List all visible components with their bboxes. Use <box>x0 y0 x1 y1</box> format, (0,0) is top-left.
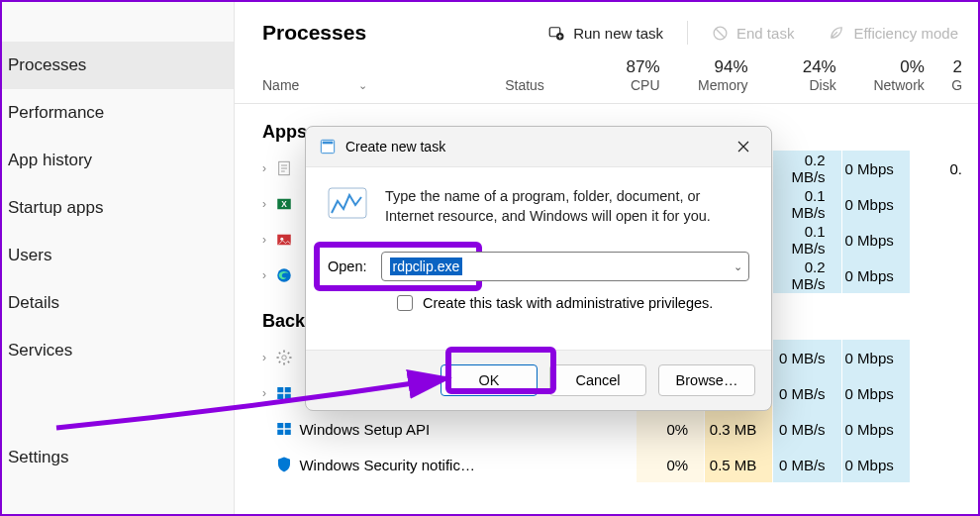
disk-label: Disk <box>809 77 835 93</box>
cpu-pct: 87% <box>587 57 659 77</box>
disk-cell: 0 MB/s <box>772 447 840 482</box>
net-cell: 0 Mbps <box>841 258 910 293</box>
chevron-down-icon: ⌄ <box>358 79 367 92</box>
cpu-cell: 0% <box>636 447 704 482</box>
svg-rect-12 <box>278 394 284 399</box>
cpu-cell: 0% <box>636 411 704 447</box>
app-icon <box>275 419 293 439</box>
sidebar-item-app-history[interactable]: App history <box>2 137 234 184</box>
sidebar-item-users[interactable]: Users <box>2 232 234 279</box>
header-status-col[interactable]: Status <box>505 77 587 93</box>
net-label: Network <box>873 77 924 93</box>
expand-chevron-icon[interactable]: › <box>262 386 275 400</box>
sidebar-item-details[interactable]: Details <box>2 279 234 327</box>
svg-rect-17 <box>285 430 291 435</box>
dialog-title-text: Create new task <box>345 139 445 155</box>
header-name-col[interactable]: Name ⌄ <box>262 77 505 93</box>
expand-chevron-icon[interactable]: › <box>262 268 275 282</box>
process-name: Windows Setup API <box>293 421 590 438</box>
cancel-button[interactable]: Cancel <box>549 364 646 396</box>
svg-rect-14 <box>278 423 284 428</box>
net-cell: 0 Mbps <box>841 411 910 447</box>
svg-rect-10 <box>278 387 284 392</box>
svg-rect-16 <box>278 430 284 435</box>
chevron-down-icon[interactable]: ⌄ <box>734 260 742 273</box>
gpu-cell <box>910 447 978 482</box>
net-cell: 0 Mbps <box>841 186 910 222</box>
net-cell: 0 Mbps <box>841 340 910 375</box>
net-cell: 0 Mbps <box>841 222 910 258</box>
gpu-pct: 2 <box>940 57 962 77</box>
open-label: Open: <box>328 258 367 274</box>
open-combobox[interactable]: rdpclip.exe ⌄ <box>381 252 750 281</box>
dialog-close-button[interactable] <box>724 131 763 162</box>
header-gpu-col[interactable]: 2G <box>940 57 978 93</box>
net-cell: 0 Mbps <box>841 151 910 186</box>
net-cell: 0 Mbps <box>841 375 910 411</box>
browse-button[interactable]: Browse… <box>658 364 755 396</box>
header-name-label: Name <box>262 77 299 93</box>
end-task-label: End task <box>736 25 794 42</box>
disk-cell: 0 MB/s <box>772 411 840 447</box>
net-cell: 0 Mbps <box>841 447 910 482</box>
gpu-cell <box>910 411 978 447</box>
header-memory-col[interactable]: 94%Memory <box>676 57 764 93</box>
disk-cell: 0.2 MB/s <box>772 151 840 186</box>
header-network-col[interactable]: 0%Network <box>852 57 940 93</box>
run-new-task-button[interactable]: Run new task <box>538 18 673 48</box>
column-headers: Name ⌄ Status 87%CPU 94%Memory 24%Disk 0… <box>235 57 978 104</box>
ok-button[interactable]: OK <box>441 364 538 396</box>
efficiency-mode-button: Efficiency mode <box>818 18 968 48</box>
svg-rect-19 <box>323 142 334 145</box>
dialog-help-text: Type the name of a program, folder, docu… <box>385 187 749 226</box>
process-row[interactable]: Windows Security notific…0%0.5 MB0 MB/s0… <box>235 447 978 482</box>
sidebar-item-processes[interactable]: Processes <box>2 42 234 89</box>
mem-label: Memory <box>698 77 748 93</box>
end-task-button: End task <box>702 19 804 48</box>
process-row[interactable]: Windows Setup API0%0.3 MB0 MB/s0 Mbps <box>235 411 978 447</box>
efficiency-label: Efficiency mode <box>853 25 958 42</box>
run-task-icon <box>547 24 565 42</box>
sidebar-item-services[interactable]: Services <box>2 327 234 374</box>
app-icon <box>275 348 293 367</box>
app-icon <box>275 230 293 250</box>
expand-chevron-icon[interactable]: › <box>262 351 275 364</box>
svg-rect-15 <box>285 423 291 428</box>
end-task-icon <box>712 25 729 42</box>
gpu-cell: 0. <box>910 151 978 186</box>
header-cpu-col[interactable]: 87%CPU <box>587 57 675 93</box>
gpu-cell <box>910 340 978 375</box>
mem-pct: 94% <box>676 57 748 77</box>
run-task-label: Run new task <box>573 25 663 42</box>
app-icon <box>275 455 293 474</box>
gpu-cell <box>910 186 978 222</box>
disk-cell: 0 MB/s <box>772 340 840 375</box>
titlebar: Processes Run new task End task Efficien… <box>235 2 978 57</box>
leaf-icon <box>828 24 845 42</box>
sidebar-item-performance[interactable]: Performance <box>2 89 234 137</box>
dialog-footer: OK Cancel Browse… <box>306 351 771 410</box>
dialog-body: Type the name of a program, folder, docu… <box>306 166 771 351</box>
sidebar-item-startup-apps[interactable]: Startup apps <box>2 184 234 232</box>
mem-cell: 0.5 MB <box>704 447 772 482</box>
net-pct: 0% <box>852 57 925 77</box>
svg-rect-13 <box>285 394 291 399</box>
app-icon <box>275 265 293 285</box>
admin-checkbox-label: Create this task with administrative pri… <box>423 295 713 311</box>
open-input-value: rdpclip.exe <box>390 258 463 275</box>
sidebar-item-settings[interactable]: Settings <box>2 434 234 481</box>
cpu-label: CPU <box>631 77 660 93</box>
gpu-cell <box>910 375 978 411</box>
expand-chevron-icon[interactable]: › <box>262 197 275 211</box>
expand-chevron-icon[interactable]: › <box>262 233 275 247</box>
expand-chevron-icon[interactable]: › <box>262 161 275 175</box>
app-icon: X <box>275 194 293 214</box>
header-disk-col[interactable]: 24%Disk <box>764 57 852 93</box>
svg-rect-20 <box>329 188 366 218</box>
svg-rect-11 <box>285 387 291 392</box>
disk-cell: 0.1 MB/s <box>772 186 840 222</box>
gpu-label: G <box>951 77 962 93</box>
admin-checkbox[interactable] <box>397 295 413 311</box>
app-icon <box>275 158 293 178</box>
gpu-cell <box>910 258 978 293</box>
